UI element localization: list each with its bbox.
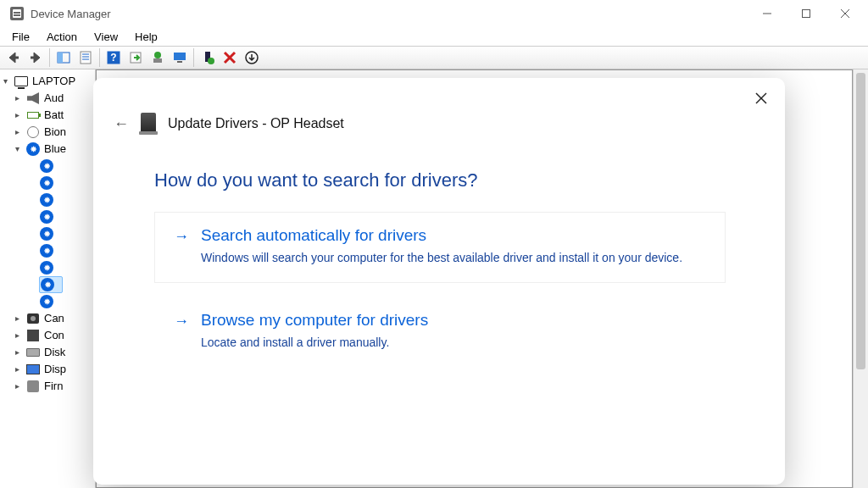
option1-desc: Windows will search your computer for th… — [201, 250, 706, 267]
arrow-icon: → — [174, 311, 189, 352]
tree-bluetooth-device[interactable]: ⁕ — [3, 208, 92, 225]
tree-item[interactable]: ▸Firn — [3, 378, 92, 395]
tree-item-label: Disk — [44, 344, 65, 361]
maximize-button[interactable] — [787, 0, 826, 27]
dialog-title: Update Drivers - OP Headset — [168, 116, 344, 131]
toolbar-scan-button[interactable] — [125, 47, 146, 68]
nav-back-button[interactable] — [3, 47, 24, 68]
toolbar: ? — [0, 46, 868, 69]
toolbar-help-button[interactable]: ? — [103, 47, 124, 68]
svg-rect-1 — [803, 10, 810, 18]
titlebar: Device Manager — [0, 0, 868, 27]
app-icon — [10, 7, 24, 20]
svg-text:?: ? — [110, 52, 116, 64]
tree-item[interactable]: ▸Bion — [3, 124, 92, 141]
toolbar-enable-button[interactable] — [198, 47, 218, 68]
close-button[interactable] — [826, 0, 865, 27]
option1-title: Search automatically for drivers — [201, 226, 706, 245]
toolbar-uninstall-button[interactable] — [220, 47, 240, 68]
menubar: File Action View Help — [0, 27, 868, 46]
tree-item-label: Firn — [44, 378, 63, 395]
svg-rect-17 — [174, 53, 186, 60]
toolbar-properties-button[interactable] — [75, 47, 96, 68]
scrollbar-thumb[interactable] — [856, 73, 865, 369]
tree-item[interactable]: ▸Disp — [3, 361, 92, 378]
tree-item[interactable]: ▸Con — [3, 327, 92, 344]
tree-bluetooth-device[interactable]: ⁕ — [3, 175, 92, 191]
tree-root-label: LAPTOP — [32, 73, 75, 90]
tree-item-label: Blue — [44, 141, 66, 158]
tree-item-label: Batt — [44, 107, 64, 124]
tree-item[interactable]: ▸Batt — [3, 107, 92, 124]
dialog-heading: How do you want to search for drivers? — [154, 169, 760, 191]
toolbar-update-button[interactable] — [147, 47, 168, 68]
tree-bluetooth-device[interactable]: ⁕ — [3, 242, 92, 259]
tree-bluetooth-device[interactable]: ⁕ — [3, 276, 92, 293]
device-icon — [141, 113, 156, 135]
scrollbar[interactable] — [853, 69, 868, 488]
menu-help[interactable]: Help — [126, 29, 166, 45]
tree-item-label: Disp — [44, 361, 66, 378]
tree-item[interactable]: ▸Aud — [3, 90, 92, 107]
window-title: Device Manager — [31, 8, 111, 20]
svg-rect-7 — [58, 53, 63, 63]
option2-title: Browse my computer for drivers — [201, 311, 706, 330]
tree-item-label: Con — [44, 327, 64, 344]
tree-item-label: Aud — [44, 90, 64, 107]
tree-bluetooth-device[interactable]: ⁕ — [3, 191, 92, 208]
option-browse-computer[interactable]: → Browse my computer for drivers Locate … — [154, 297, 726, 368]
toolbar-monitor-button[interactable] — [170, 47, 190, 68]
tree-item-label: Bion — [44, 124, 66, 141]
menu-action[interactable]: Action — [38, 29, 86, 45]
toolbar-down-button[interactable] — [242, 47, 262, 68]
tree-root[interactable]: ▾LAPTOP — [3, 73, 92, 90]
menu-file[interactable]: File — [3, 29, 38, 45]
option2-desc: Locate and install a driver manually. — [201, 335, 706, 352]
svg-point-16 — [154, 52, 161, 58]
svg-rect-5 — [31, 57, 36, 59]
tree-bluetooth-device[interactable]: ⁕ — [3, 158, 92, 175]
menu-view[interactable]: View — [86, 29, 126, 45]
tree-item[interactable]: ▸Disk — [3, 344, 92, 361]
nav-fwd-button[interactable] — [25, 47, 46, 68]
update-drivers-dialog: ← Update Drivers - OP Headset How do you… — [93, 78, 785, 485]
dialog-close-button[interactable] — [749, 86, 773, 110]
tree-bluetooth-device[interactable]: ⁕ — [3, 225, 92, 242]
svg-rect-15 — [153, 58, 162, 63]
tree-item[interactable]: ▾⁕Blue — [3, 141, 92, 158]
dialog-back-button[interactable]: ← — [114, 115, 129, 133]
svg-rect-18 — [177, 61, 182, 63]
minimize-button[interactable] — [748, 0, 787, 27]
tree-item[interactable]: ▸Can — [3, 310, 92, 327]
svg-rect-8 — [81, 52, 91, 64]
tree-item-label: Can — [44, 310, 64, 327]
tree-bluetooth-device[interactable]: ⁕ — [3, 259, 92, 276]
svg-point-20 — [208, 58, 214, 64]
svg-rect-4 — [14, 57, 19, 59]
option-search-automatically[interactable]: → Search automatically for drivers Windo… — [154, 212, 726, 283]
tree-bluetooth-device[interactable]: ⁕ — [3, 293, 92, 310]
toolbar-show-hidden-button[interactable] — [53, 47, 74, 68]
device-tree[interactable]: ▾LAPTOP▸Aud▸Batt▸Bion▾⁕Blue⁕⁕⁕⁕⁕⁕⁕⁕⁕▸Can… — [0, 69, 95, 488]
arrow-icon: → — [174, 226, 189, 267]
